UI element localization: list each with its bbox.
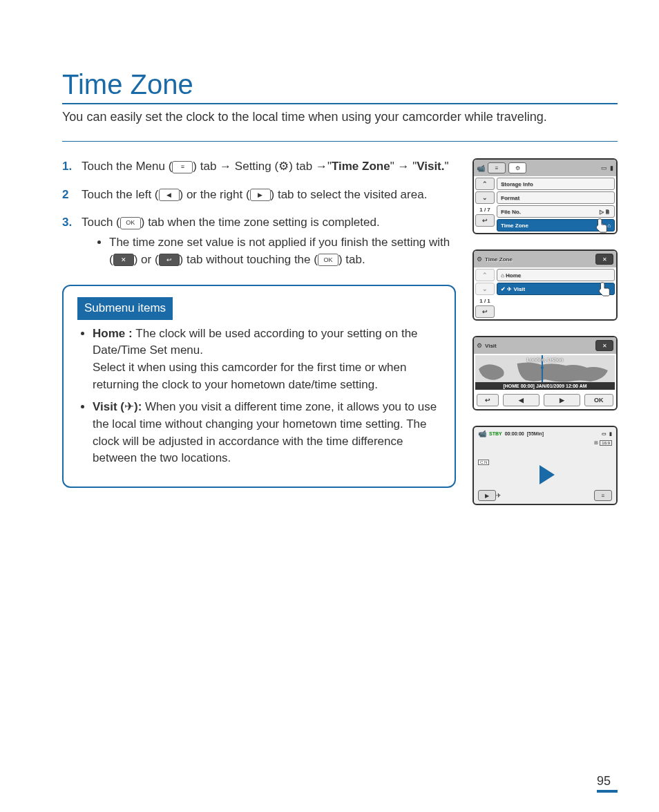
page-number: 95	[597, 774, 618, 793]
battery-icon: ▮	[609, 431, 612, 437]
down-button[interactable]: ⌄	[475, 191, 495, 204]
quality-icon: ⊞	[594, 440, 598, 445]
arrow-right-icon: →	[220, 160, 231, 173]
home-icon: ⌂	[501, 272, 506, 278]
step-1: 1. Touch the Menu (≡) tab → Setting (⚙) …	[62, 158, 456, 176]
plane-icon: ✈	[496, 492, 502, 499]
camera-icon: 📹	[477, 164, 485, 172]
up-button[interactable]: ⌃	[475, 269, 495, 281]
ok-icon: OK	[120, 217, 141, 229]
steps-column: 1. Touch the Menu (≡) tab → Setting (⚙) …	[62, 158, 456, 488]
up-button[interactable]: ⌃	[475, 178, 495, 190]
step-2-number: 2	[62, 187, 68, 204]
submenu-visit: Visit (✈): When you visit a different ti…	[93, 399, 441, 467]
screen-visit-map: ⚙ Visit ✕ London, Lisbon [HOME 00:00]	[472, 336, 618, 410]
city-label: London, Lisbon	[527, 357, 564, 362]
step-3-number: 3.	[62, 214, 72, 232]
ok-button[interactable]: OK	[584, 394, 613, 406]
gear-icon: ⚙	[477, 256, 482, 263]
screen1-header: 📹 ≡ ⚙ ▭ ▮	[474, 160, 616, 176]
left-icon: ◀	[159, 189, 180, 201]
divider	[62, 141, 618, 142]
world-map: London, Lisbon [HOME 00:00] JAN/01/2009 …	[475, 355, 615, 390]
settings-tab[interactable]: ⚙	[508, 162, 526, 173]
right-icon: ▶	[250, 189, 271, 201]
page-title: Time Zone	[62, 69, 618, 104]
screen2-header: ⚙ Time Zone ✕	[474, 251, 616, 267]
arrow-indicator-icon: ▷ 🗎	[600, 209, 611, 215]
intro-text: You can easily set the clock to the loca…	[62, 110, 618, 124]
battery-icon: ▮	[610, 164, 613, 171]
remaining-time: [55Min]	[527, 431, 544, 436]
screen2-title: Time Zone	[485, 256, 513, 263]
play-indicator-icon	[539, 465, 555, 484]
home-time-bar: [HOME 00:00] JAN/01/2009 12:00 AM	[475, 382, 615, 390]
cn-indicator: C.N	[478, 460, 489, 465]
screen-settings-list: 📹 ≡ ⚙ ▭ ▮ ⌃ ⌄ 1 / 7 ↩ Storage Info	[472, 158, 618, 234]
close-button[interactable]: ✕	[595, 340, 613, 351]
sd-icon: ▭	[601, 164, 607, 171]
menu-tab[interactable]: ≡	[488, 162, 506, 173]
item-home[interactable]: ⌂ Home	[497, 269, 615, 281]
step-3-note: The time zone set value is not applied i…	[109, 234, 456, 268]
left-button[interactable]: ◀	[503, 394, 539, 406]
down-button[interactable]: ⌄	[475, 283, 495, 295]
submenu-box: Submenu items Home : The clock will be u…	[62, 285, 456, 488]
step-1-number: 1.	[62, 158, 72, 176]
arrow-indicator-icon: ▶ ⌂	[602, 223, 611, 229]
screen-time-zone-submenu: ⚙ Time Zone ✕ ⌃ ⌄ 1 / 1 ↩ ⌂ Home ✔ ✈ Vis…	[472, 249, 618, 321]
return-icon: ↩	[159, 254, 180, 266]
page-indicator: 1 / 1	[475, 298, 495, 304]
submenu-home: Home : The clock will be used according …	[93, 325, 441, 394]
sd-icon: ▭	[602, 431, 607, 437]
return-button[interactable]: ↩	[477, 394, 499, 406]
menu-icon: ≡	[172, 161, 193, 173]
playback-button[interactable]: ▶	[478, 490, 496, 501]
camera-icon: 📹	[478, 430, 486, 437]
arrow-right-icon: →	[316, 160, 327, 173]
resolution-icon: 16:9	[600, 440, 612, 446]
screen-standby: 📹 STBY 00:00:00 [55Min] ▭ ▮ ⊞ 16:9 C.N	[472, 426, 618, 505]
return-button[interactable]: ↩	[475, 214, 495, 227]
screen3-header: ⚙ Visit ✕	[474, 337, 616, 354]
svg-point-1	[541, 366, 544, 369]
menu-button[interactable]: ≡	[594, 490, 612, 501]
screenshots-column: 📹 ≡ ⚙ ▭ ▮ ⌃ ⌄ 1 / 7 ↩ Storage Info	[472, 158, 618, 505]
plane-icon: ✈	[124, 400, 134, 413]
item-file-no[interactable]: File No.▷ 🗎	[497, 205, 615, 218]
item-time-zone[interactable]: Time Zone▶ ⌂	[497, 219, 615, 232]
record-time: 00:00:00	[505, 431, 524, 436]
step-2: 2 Touch the left (◀) or the right (▶) ta…	[62, 187, 456, 204]
arrow-right-icon: →	[397, 160, 409, 173]
right-button[interactable]: ▶	[544, 394, 580, 406]
step-3: 3. Touch (OK) tab when the time zone set…	[62, 214, 456, 268]
stby-label: STBY	[489, 431, 502, 436]
gear-icon: ⚙	[477, 342, 482, 349]
item-format[interactable]: Format	[497, 191, 615, 204]
submenu-label: Submenu items	[77, 297, 173, 320]
close-icon: ✕	[113, 254, 134, 266]
return-button[interactable]: ↩	[475, 305, 495, 318]
item-storage-info[interactable]: Storage Info	[497, 178, 615, 190]
close-button[interactable]: ✕	[595, 254, 613, 265]
page-indicator: 1 / 7	[475, 207, 495, 213]
ok-icon: OK	[318, 254, 338, 266]
gear-icon: ⚙	[278, 160, 289, 173]
screen3-title: Visit	[485, 343, 497, 349]
item-visit[interactable]: ✔ ✈ Visit	[497, 283, 615, 295]
